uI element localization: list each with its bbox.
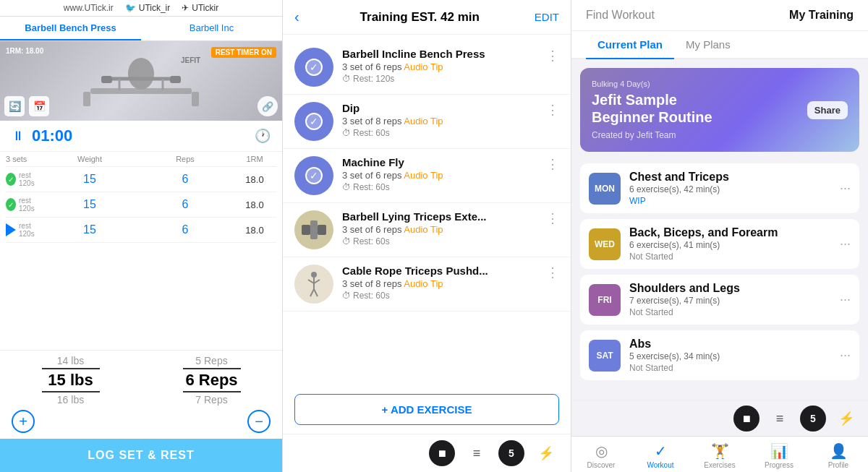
- list-item: ✓ Dip 3 set of 8 reps Audio Tip ⏱ Rest: …: [283, 95, 571, 149]
- list-button[interactable]: ≡: [464, 440, 490, 466]
- exercise-meta-4: 3 set of 6 reps Audio Tip: [342, 224, 537, 235]
- tab-my-plans[interactable]: My Plans: [674, 31, 742, 59]
- day-more-button[interactable]: ···: [840, 181, 851, 196]
- header-orm: 1RM: [233, 155, 276, 163]
- more-options-button[interactable]: ⋮: [546, 102, 559, 118]
- exercise-name-3: Machine Fly: [342, 156, 537, 168]
- panel3-header: Find Workout My Training: [571, 0, 868, 31]
- reps-picker[interactable]: 5 Reps 6 Reps 7 Reps: [183, 355, 241, 406]
- set-row: rest 120s 15 6 18.0: [6, 218, 276, 243]
- set-3-reps[interactable]: 6: [137, 223, 233, 236]
- bottom-nav: ◎ Discover ✓ Workout 🏋 Exercises 📊 Progr…: [571, 436, 868, 472]
- exercise-thumb-4: [294, 210, 333, 249]
- weight-picker[interactable]: 14 lbs 15 lbs 16 lbs: [42, 355, 100, 406]
- nav-profile[interactable]: 👤 Profile: [809, 441, 868, 471]
- header-reps: Reps: [137, 155, 233, 163]
- set-1-reps[interactable]: 6: [137, 173, 233, 186]
- day-info-sat: Abs 5 exercise(s), 34 min(s) Not Started: [629, 338, 831, 373]
- reps-selected: 6 Reps: [183, 368, 241, 392]
- blue-arrow-icon: [6, 223, 16, 236]
- workout-list: MON Chest and Triceps 6 exercise(s), 42 …: [571, 160, 868, 400]
- refresh-icon[interactable]: 🔄: [4, 96, 25, 116]
- list-item: ✓ Barbell Incline Bench Press 3 set of 6…: [283, 40, 571, 95]
- tab-barbell-bench-press[interactable]: Barbell Bench Press: [0, 17, 141, 40]
- set-2-orm: 18.0: [233, 199, 276, 210]
- exercise-image-area: JEFIT 1RM: 18.00 REST TIMER ON 🔄 📅 🔗: [0, 41, 282, 121]
- my-training-button[interactable]: My Training: [789, 9, 854, 22]
- find-workout-button[interactable]: Find Workout: [586, 9, 655, 22]
- add-exercise-button[interactable]: + ADD EXERCISE: [294, 394, 559, 425]
- svg-point-13: [311, 272, 317, 278]
- list-item: SAT Abs 5 exercise(s), 34 min(s) Not Sta…: [580, 330, 859, 380]
- more-options-button[interactable]: ⋮: [546, 265, 559, 280]
- exercise-rest-1: ⏱ Rest: 120s: [342, 74, 537, 84]
- training-title: Training EST. 42 min: [305, 10, 535, 25]
- log-set-rest-button[interactable]: LOG SET & REST: [0, 439, 282, 472]
- check-icon: ✓: [305, 113, 323, 130]
- nav-progress-label: Progress: [765, 461, 793, 469]
- edit-button[interactable]: EDIT: [535, 11, 559, 23]
- workout-logger-panel: www.UTick.ir 🐦 UTick_ir ✈ UTickir Barbel…: [0, 0, 282, 472]
- more-options-button[interactable]: ⋮: [546, 48, 559, 64]
- tab-current-plan[interactable]: Current Plan: [586, 31, 674, 59]
- exercise-name-2: Dip: [342, 102, 537, 114]
- training-list-panel: ‹ Training EST. 42 min EDIT ✓ Barbell In…: [282, 0, 571, 472]
- set-3-weight[interactable]: 15: [42, 223, 137, 236]
- tab-barbell-incline[interactable]: Barbell Inc: [141, 17, 282, 40]
- stop-button[interactable]: ⏹: [429, 440, 455, 466]
- list-button-3[interactable]: ≡: [767, 406, 793, 432]
- watermark-twitter: 🐦 UTick_ir: [125, 3, 171, 13]
- day-info-wed: Back, Biceps, and Forearm 6 exercise(s),…: [629, 226, 831, 262]
- set-2-reps[interactable]: 6: [137, 198, 233, 211]
- picker-controls: + −: [0, 407, 282, 436]
- nav-discover[interactable]: ◎ Discover: [571, 441, 631, 471]
- timer-row: ⏸ 01:00 🕐: [0, 121, 282, 152]
- clock-small-icon: ⏱: [342, 236, 351, 246]
- list-item: MON Chest and Triceps 6 exercise(s), 42 …: [580, 163, 859, 213]
- nav-exercises-label: Exercises: [704, 461, 735, 469]
- exercise-name-5: Cable Rope Triceps Pushd...: [342, 265, 537, 277]
- back-button[interactable]: ‹: [294, 9, 299, 25]
- nav-workout-label: Workout: [647, 461, 673, 469]
- set-row: ✓ rest 120s 15 6 18.0: [6, 167, 276, 192]
- exercise-rest-2: ⏱ Rest: 60s: [342, 128, 537, 138]
- nav-exercises[interactable]: 🏋 Exercises: [690, 441, 749, 471]
- set-1-num: ✓ rest 120s: [6, 171, 42, 187]
- nav-progress[interactable]: 📊 Progress: [749, 441, 809, 471]
- exercise-thumb-5: [294, 265, 333, 304]
- add-set-button[interactable]: +: [12, 410, 35, 433]
- bottom-toolbar-3: ⏹ ≡ 5 ⚡: [571, 400, 868, 436]
- svg-text:JEFIT: JEFIT: [181, 56, 200, 64]
- lightning-button-3[interactable]: ⚡: [833, 406, 859, 432]
- more-options-button[interactable]: ⋮: [546, 156, 559, 172]
- day-more-button[interactable]: ···: [840, 348, 851, 363]
- more-options-button[interactable]: ⋮: [546, 210, 559, 226]
- day-badge-fri: FRI: [589, 284, 621, 316]
- plan-hero-text: Bulking 4 Day(s) Jefit SampleBeginner Ro…: [592, 80, 712, 140]
- link-icon[interactable]: 🔗: [258, 96, 278, 116]
- exercise-name-1: Barbell Incline Bench Press: [342, 48, 537, 60]
- lightning-button[interactable]: ⚡: [533, 440, 559, 466]
- nav-workout[interactable]: ✓ Workout: [631, 441, 690, 471]
- exercise-list: ✓ Barbell Incline Bench Press 3 set of 6…: [283, 35, 571, 385]
- set-2-weight[interactable]: 15: [42, 198, 137, 211]
- day-more-button[interactable]: ···: [840, 236, 851, 252]
- exercise-info-5: Cable Rope Triceps Pushd... 3 set of 8 r…: [342, 265, 537, 301]
- weight-below: 16 lbs: [42, 394, 100, 406]
- set-1-weight[interactable]: 15: [42, 173, 137, 186]
- panel2-header: ‹ Training EST. 42 min EDIT: [283, 0, 571, 35]
- calendar-icon[interactable]: 📅: [29, 96, 49, 116]
- stop-button-3[interactable]: ⏹: [733, 406, 760, 432]
- exercise-info-4: Barbell Lying Triceps Exte... 3 set of 6…: [342, 210, 537, 246]
- clock-icon[interactable]: 🕐: [255, 128, 271, 144]
- discover-icon: ◎: [595, 442, 608, 460]
- day-more-button[interactable]: ···: [840, 292, 851, 307]
- image-icon-row: 🔄 📅: [4, 96, 49, 116]
- day-status-fri: Not Started: [629, 307, 831, 317]
- pause-button[interactable]: ⏸: [12, 129, 25, 144]
- share-button[interactable]: Share: [807, 101, 848, 119]
- remove-set-button[interactable]: −: [247, 410, 271, 433]
- set-3-num: rest 120s: [6, 222, 42, 238]
- svg-line-16: [314, 280, 320, 283]
- exercise-meta-1: 3 set of 6 reps Audio Tip: [342, 61, 537, 72]
